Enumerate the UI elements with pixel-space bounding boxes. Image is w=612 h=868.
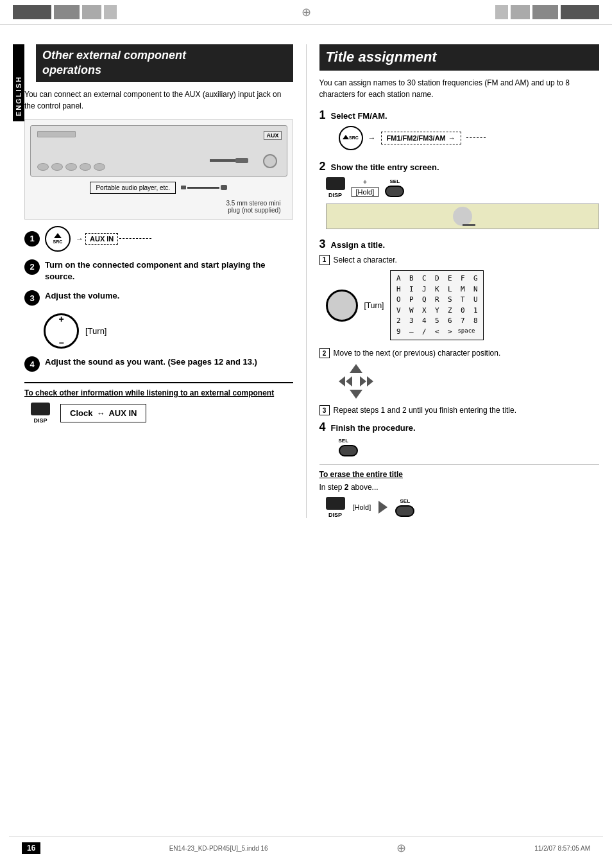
nav-buttons-area <box>339 364 600 399</box>
step-3-text: Adjust the volume. <box>45 290 293 302</box>
substep-2-row: 2 Move to the next (or previous) charact… <box>319 348 600 359</box>
sel-oval-finish[interactable] <box>339 445 358 456</box>
aux-in-text: AUX IN <box>90 235 114 243</box>
fm-arrow-end: → <box>448 134 455 142</box>
fm-src-icon <box>343 135 349 139</box>
nav-up[interactable] <box>350 364 362 373</box>
strip-block-8 <box>561 5 599 19</box>
erase-arrow <box>378 501 387 514</box>
step1-content: 1 SRC → AUX IN <box>24 226 151 252</box>
footer-left: EN14-23_KD-PDR45[U]_5.indd 16 <box>169 845 268 852</box>
plug-right <box>221 185 227 190</box>
connector-1 <box>235 158 248 163</box>
aux-in-label: AUX IN <box>108 408 137 418</box>
btn-5 <box>94 163 105 171</box>
char-knob[interactable] <box>326 290 358 322</box>
char-turn-label: [Turn] <box>364 301 384 310</box>
disp-button-erase[interactable]: DISP <box>326 497 345 518</box>
src-text: SRC <box>53 239 63 244</box>
main-content: ENGLISH Other external component operati… <box>0 31 612 557</box>
step-3-row: 3 Adjust the volume. <box>24 290 293 306</box>
cross-mark-top: ⊕ <box>302 5 311 19</box>
right-step3-num: 3 <box>319 238 326 250</box>
substep-3-text: Repeat steps 1 and 2 until you finish en… <box>334 405 517 416</box>
char-row-2: HIJKLMN <box>393 284 480 295</box>
sel-oval[interactable] <box>385 186 404 197</box>
substep-num-2: 2 <box>319 348 330 358</box>
btn-4 <box>80 163 91 171</box>
nav-next[interactable] <box>360 376 373 386</box>
bottom-strip: 16 EN14-23_KD-PDR45[U]_5.indd 16 ⊕ 11/2/… <box>9 837 603 859</box>
substep-num-3: 3 <box>319 405 330 415</box>
left-intro-text: You can connect an external component to… <box>24 89 293 112</box>
arrow-right-1: → <box>76 234 83 243</box>
substep-1-row: 1 Select a character. <box>319 255 600 266</box>
step-circle-4: 4 <box>24 356 40 372</box>
disp-button[interactable]: DISP <box>31 403 50 424</box>
src-button-1[interactable]: SRC <box>45 226 71 252</box>
sel-finish-area: SEL <box>339 438 600 456</box>
disp-rect-erase <box>326 497 345 510</box>
erase-hold-text: [Hold] <box>353 503 371 511</box>
right-step4-text: Finish the procedure. <box>331 423 416 433</box>
volume-knob[interactable]: + − <box>44 313 79 349</box>
nav-right-2 <box>367 376 373 386</box>
src-icon <box>54 233 62 238</box>
page-number: 16 <box>22 842 40 854</box>
dash-line-1 <box>119 238 151 239</box>
fm-src-button[interactable]: SRC <box>339 126 363 150</box>
char-row-5: 2345678 <box>393 316 480 327</box>
btn-1 <box>37 163 49 171</box>
cable-body <box>187 187 219 189</box>
strip-block-4 <box>104 5 117 19</box>
step-4-row: 4 Adjust the sound as you want. (See pag… <box>24 356 293 372</box>
char-knob-container <box>326 290 358 322</box>
device-buttons <box>37 163 105 171</box>
erase-sel-label: SEL <box>400 498 410 504</box>
fm-src-text: SRC <box>349 135 359 140</box>
right-step2-text: Show the title entry screen. <box>331 162 439 172</box>
disp-rect <box>31 403 50 415</box>
head-unit-cable <box>210 158 248 163</box>
cable-row: Portable audio player, etc. <box>90 182 227 194</box>
step-1-row: 1 SRC → AUX IN <box>24 226 293 252</box>
right-step1-num: 1 <box>319 109 326 121</box>
erase-hold-area: [Hold] <box>353 503 371 511</box>
nav-down[interactable] <box>350 390 362 399</box>
fm-label-box: FM1/FM2/FM3/AM → <box>381 132 461 144</box>
aux-label: AUX <box>264 131 281 140</box>
step-2-text: Turn on the connected component and star… <box>45 259 293 282</box>
strip-block-6 <box>511 5 530 19</box>
turn-label-1: [Turn] <box>85 326 106 336</box>
head-unit: AUX <box>30 125 287 177</box>
screen-cursor <box>463 224 475 226</box>
column-divider <box>306 44 307 518</box>
hold-button-area: + [Hold] <box>352 178 379 197</box>
hold-label: [Hold] <box>356 188 375 196</box>
step-circle-2: 2 <box>24 259 40 275</box>
step-circle-1: 1 <box>24 231 40 247</box>
char-knob-row: [Turn] ABCDEFG HIJKLMN OPQRSTU VWXYZ01 <box>326 270 600 340</box>
left-title-line1: Other external component <box>42 49 186 62</box>
step-2-row: 2 Turn on the connected component and st… <box>24 259 293 282</box>
strip-block-7 <box>532 5 558 19</box>
screen-sun-icon <box>453 207 472 226</box>
step-4-text: Adjust the sound as you want. (See pages… <box>45 356 293 368</box>
char-row-4: VWXYZ01 <box>393 306 480 317</box>
char-row-3: OPQRSTU <box>393 295 480 306</box>
substep-num-1: 1 <box>319 255 330 265</box>
right-step4-num: 4 <box>319 421 326 433</box>
char-row-6: 9–/<>space <box>393 327 480 338</box>
nav-prev[interactable] <box>339 376 352 386</box>
strip-block-3 <box>82 5 101 19</box>
check-section: To check other information while listeni… <box>24 382 293 424</box>
cross-mark-bottom: ⊕ <box>396 841 406 855</box>
footer-right: 11/2/07 8:57:05 AM <box>534 845 590 852</box>
disp-text-erase: DISP <box>328 512 342 518</box>
char-grid: ABCDEFG HIJKLMN OPQRSTU VWXYZ01 2345678 <box>390 270 484 340</box>
cable-1 <box>210 159 235 162</box>
nav-left-1 <box>339 376 345 386</box>
sel-oval-erase[interactable] <box>395 505 414 517</box>
erase-sel-area: SEL <box>395 498 414 517</box>
disp-button-2[interactable]: DISP <box>326 177 345 198</box>
